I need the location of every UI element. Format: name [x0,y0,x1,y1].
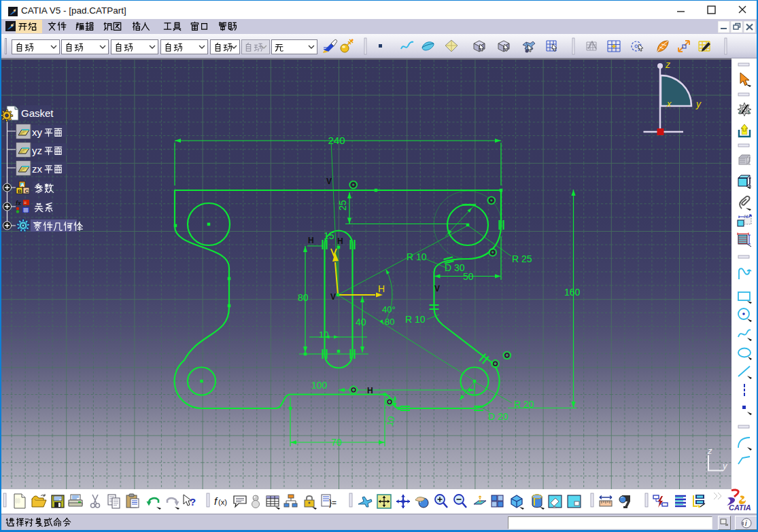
svg-text:y: y [695,99,702,109]
svg-text:40: 40 [356,317,366,327]
svg-text:R 20: R 20 [514,399,534,410]
svg-text:zx: zx [32,163,43,175]
svg-text:240: 240 [328,135,345,146]
svg-text:z: z [665,59,670,70]
svg-text:10: 10 [319,330,328,340]
svg-text:100: 100 [311,380,328,391]
svg-text:R 25: R 25 [512,253,532,264]
svg-text:CATIA: CATIA [729,503,751,512]
svg-text:15: 15 [324,230,334,241]
svg-text:=: = [24,200,27,205]
svg-text:H: H [308,236,314,245]
svg-text:yz: yz [32,145,42,156]
svg-text:}=: }= [329,498,337,508]
svg-text:V: V [326,177,332,186]
svg-text:z: z [707,446,712,456]
svg-text:70: 70 [331,437,342,448]
svg-text:V: V [434,284,440,294]
svg-text:V: V [330,292,336,302]
svg-text:H: H [337,236,343,246]
svg-text:D 20: D 20 [488,411,509,422]
svg-text:D 30: D 30 [445,262,465,273]
svg-text:80: 80 [298,292,309,303]
svg-text:x: x [666,99,672,109]
svg-text:R 10: R 10 [405,314,426,325]
svg-text:(x): (x) [218,498,227,506]
svg-text:C: C [25,188,29,194]
svg-text:B: B [18,188,22,194]
svg-text:H: H [378,283,385,294]
svg-text:Gasket: Gasket [21,107,54,119]
svg-text:?: ? [190,496,196,508]
svg-text:40°: 40° [382,304,396,315]
svg-text:H: H [367,386,373,395]
svg-text:A: A [20,182,24,188]
svg-text:80: 80 [385,317,394,327]
svg-text:fx: fx [16,200,22,207]
svg-text:xy: xy [32,126,43,138]
svg-text:25: 25 [337,200,348,211]
svg-text:160: 160 [564,287,581,298]
